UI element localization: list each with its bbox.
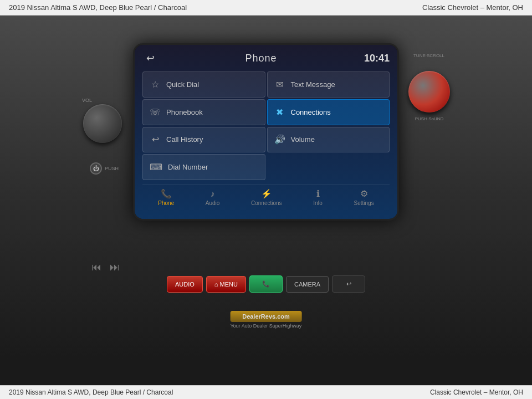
watermark: DealerRevs.com Your Auto Dealer SuperHig…	[231, 311, 302, 329]
back-button[interactable]: ↩	[142, 50, 158, 66]
menu-item-phonebook[interactable]: ☏ Phonebook	[142, 99, 265, 125]
undo-button[interactable]: ↩	[332, 275, 365, 293]
phonebook-icon: ☏	[150, 107, 161, 117]
bottom-bar: 2019 Nissan Altima S AWD, Deep Blue Pear…	[0, 385, 532, 399]
nav-audio-icon: ♪	[211, 189, 215, 199]
infotainment-screen: ↩ Phone 10:41 ☆ Quick Dial ✉ Text Messag…	[133, 43, 399, 221]
bottom-bar-right: Classic Chevrolet – Mentor, OH	[430, 388, 523, 396]
volume-label: Volume	[291, 135, 315, 144]
bottom-controls: AUDIO ⌂ MENU 📞 CAMERA ↩	[127, 275, 405, 293]
phonebook-label: Phonebook	[166, 108, 203, 116]
push-power-area: ⏻ PUSH	[90, 162, 119, 175]
watermark-logo: DealerRevs.com	[231, 311, 302, 322]
screen-title: Phone	[245, 53, 277, 64]
tune-scroll-knob[interactable]	[408, 71, 450, 112]
nav-settings-icon: ⚙	[360, 188, 368, 199]
vol-knob[interactable]	[83, 104, 122, 143]
nav-connections-label: Connections	[251, 200, 282, 206]
connections-icon: ✖	[274, 107, 285, 117]
nav-audio-label: Audio	[206, 200, 220, 206]
bottom-nav: 📞 Phone ♪ Audio ⚡ Connections ℹ Info	[142, 185, 390, 206]
dashboard: ↩ Phone 10:41 ☆ Quick Dial ✉ Text Messag…	[0, 16, 532, 359]
menu-item-quick-dial[interactable]: ☆ Quick Dial	[142, 71, 265, 98]
nav-connections[interactable]: ⚡ Connections	[251, 188, 282, 206]
nav-phone[interactable]: 📞 Phone	[158, 188, 174, 206]
nav-audio[interactable]: ♪ Audio	[206, 189, 220, 206]
vol-label: VOL	[82, 98, 92, 103]
tune-scroll-label: TUNE·SCROLL	[410, 53, 448, 58]
bottom-bar-left: 2019 Nissan Altima S AWD, Deep Blue Pear…	[9, 388, 173, 396]
text-message-label: Text Message	[291, 80, 335, 89]
phone-answer-button[interactable]: 📞	[249, 275, 283, 293]
top-bar-left: 2019 Nissan Altima S AWD, Deep Blue Pear…	[9, 3, 187, 12]
camera-button[interactable]: CAMERA	[286, 276, 329, 293]
call-history-label: Call History	[166, 135, 203, 144]
dial-icon: ⌨	[150, 162, 162, 172]
main-area: ↩ Phone 10:41 ☆ Quick Dial ✉ Text Messag…	[0, 16, 532, 359]
menu-item-volume[interactable]: 🔊 Volume	[267, 127, 390, 153]
screen-inner: ↩ Phone 10:41 ☆ Quick Dial ✉ Text Messag…	[135, 45, 397, 219]
nav-phone-icon: 📞	[161, 188, 172, 199]
audio-button[interactable]: AUDIO	[167, 276, 203, 293]
top-bar: 2019 Nissan Altima S AWD, Deep Blue Pear…	[0, 0, 532, 16]
push-sound-label: PUSH SoUND	[408, 116, 450, 121]
media-controls: ⏮ ⏭	[91, 262, 120, 273]
watermark-tagline: Your Auto Dealer SuperHighway	[231, 323, 302, 329]
menu-button[interactable]: ⌂ MENU	[206, 276, 246, 293]
connections-label: Connections	[291, 108, 331, 116]
nav-info[interactable]: ℹ Info	[313, 188, 323, 206]
push-power-button[interactable]: ⏻	[90, 162, 102, 175]
volume-icon: 🔊	[274, 134, 285, 145]
nav-info-icon: ℹ	[316, 188, 320, 199]
menu-item-dial-number[interactable]: ⌨ Dial Number	[142, 154, 265, 180]
text-message-icon: ✉	[274, 79, 285, 90]
menu-item-text-message[interactable]: ✉ Text Message	[267, 71, 390, 98]
nav-info-label: Info	[313, 200, 323, 206]
nav-connections-icon: ⚡	[261, 188, 272, 199]
menu-item-call-history[interactable]: ↩ Call History	[142, 127, 265, 153]
nav-settings-label: Settings	[354, 200, 374, 206]
next-button[interactable]: ⏭	[110, 262, 120, 273]
push-label: PUSH	[105, 166, 119, 171]
menu-grid: ☆ Quick Dial ✉ Text Message ☏ Phonebook	[142, 71, 390, 180]
screen-time: 10:41	[364, 53, 390, 64]
nav-settings[interactable]: ⚙ Settings	[354, 188, 374, 206]
call-history-icon: ↩	[150, 134, 161, 145]
quick-dial-icon: ☆	[150, 79, 161, 90]
top-bar-right: Classic Chevrolet – Mentor, OH	[422, 3, 523, 12]
menu-item-connections[interactable]: ✖ Connections	[267, 99, 390, 125]
quick-dial-label: Quick Dial	[166, 80, 199, 89]
prev-button[interactable]: ⏮	[91, 262, 101, 273]
dial-number-label: Dial Number	[168, 163, 208, 171]
screen-header: ↩ Phone 10:41	[142, 50, 390, 66]
nav-phone-label: Phone	[158, 200, 174, 206]
